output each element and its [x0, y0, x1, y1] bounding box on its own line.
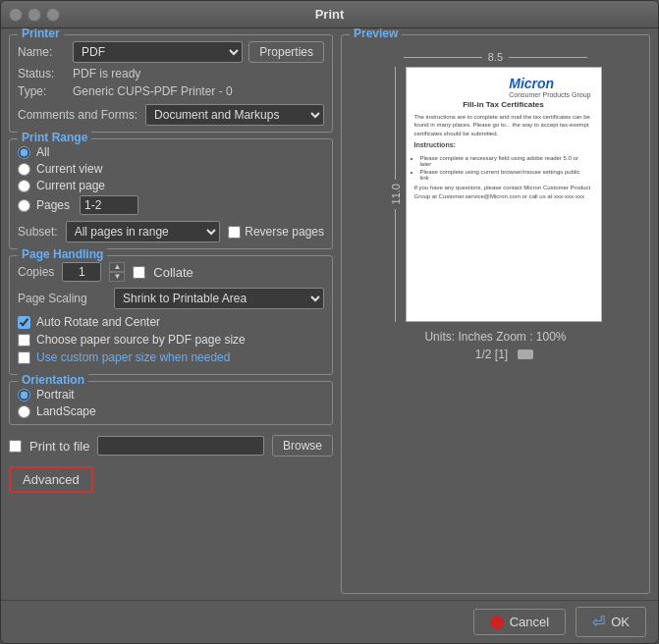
current-view-radio-row: Current view — [18, 162, 324, 176]
auto-rotate-label: Auto Rotate and Center — [36, 315, 160, 329]
page-scaling-select[interactable]: Shrink to Printable Area — [114, 288, 324, 309]
copies-input[interactable] — [62, 262, 101, 282]
printer-status-label: Status: — [18, 67, 67, 80]
choose-paper-checkbox[interactable] — [18, 334, 30, 347]
advanced-button[interactable]: Advanced — [9, 466, 93, 493]
preview-section-label: Preview — [350, 28, 402, 40]
printer-status-row: Status: PDF is ready — [18, 67, 324, 80]
print-range-options: All Current view Current page Pages — [18, 145, 324, 215]
printer-section-label: Printer — [18, 28, 64, 40]
height-dimension: 11.0 — [390, 67, 402, 322]
cancel-button[interactable]: Cancel — [473, 609, 566, 635]
units-zoom-row: Units: Inches Zoom : 100% — [424, 330, 566, 344]
page-nav-text: 1/2 [1] — [475, 348, 508, 361]
pages-input[interactable] — [80, 195, 138, 215]
printer-name-label: Name: — [18, 45, 67, 59]
collate-checkbox[interactable] — [133, 266, 145, 279]
browse-button[interactable]: Browse — [272, 435, 333, 456]
printer-name-select[interactable]: PDF — [73, 41, 243, 63]
current-view-label: Current view — [36, 162, 102, 176]
orientation-label: Orientation — [18, 373, 88, 387]
printer-type-row: Type: Generic CUPS-PDF Printer - 0 — [18, 84, 324, 98]
print-to-file-checkbox[interactable] — [9, 440, 22, 453]
subset-label: Subset: — [18, 225, 58, 239]
print-to-file-input[interactable] — [97, 436, 264, 456]
page-nav-row: 1/2 [1] — [475, 348, 516, 361]
pages-radio-label: Pages — [36, 198, 70, 212]
print-to-file-row: Print to file Browse — [9, 435, 333, 456]
ok-button[interactable]: ⏎ OK — [576, 607, 646, 637]
preview-section: Preview 8.5 11.0 — [341, 34, 650, 594]
properties-button[interactable]: Properties — [248, 41, 324, 63]
minimize-btn[interactable] — [27, 8, 41, 22]
ok-label: OK — [611, 615, 630, 629]
copies-down-btn[interactable]: ▼ — [109, 272, 125, 282]
copies-row: Copies ▲ ▼ Collate — [18, 262, 324, 282]
printer-type-label: Type: — [18, 84, 67, 98]
side-dim-line-top — [395, 67, 396, 180]
portrait-label: Portrait — [36, 388, 75, 402]
paper-wrapper: 11.0 Micron Consumer Products Group — [390, 67, 602, 322]
paper-instructions-title: Instructions: — [407, 137, 601, 152]
auto-rotate-row: Auto Rotate and Center — [18, 315, 324, 329]
all-radio[interactable] — [18, 146, 30, 159]
cancel-icon — [490, 616, 504, 629]
micron-logo: Micron — [509, 76, 590, 91]
portrait-radio[interactable] — [18, 389, 30, 402]
all-radio-row: All — [18, 145, 324, 159]
paper-list-item-2: Please complete using current browser/mo… — [420, 169, 587, 181]
paper-instructions-list: Please complete a necessary field using … — [407, 155, 601, 181]
dialog-title: Print — [315, 7, 345, 22]
paper-text-questions: If you have any questions, please contac… — [407, 184, 601, 200]
landscape-radio[interactable] — [18, 405, 30, 418]
choose-paper-row: Choose paper source by PDF page size — [18, 333, 324, 347]
paper-list-item-1: Please complete a necessary field using … — [420, 155, 587, 167]
print-to-file-label: Print to file — [29, 439, 89, 454]
custom-paper-checkbox[interactable] — [18, 351, 30, 364]
printer-section: Printer Name: PDF Properties Status: PDF… — [9, 34, 333, 133]
copies-up-btn[interactable]: ▲ — [109, 262, 125, 272]
printer-status-value: PDF is ready — [73, 67, 140, 80]
current-view-radio[interactable] — [18, 163, 30, 176]
maximize-btn[interactable] — [46, 8, 60, 22]
comments-forms-row: Comments and Forms: Document and Markups — [18, 104, 324, 126]
reverse-pages-label: Reverse pages — [245, 225, 324, 239]
paper-text-intro: The instructions are to complete and mai… — [407, 113, 601, 137]
portrait-row: Portrait — [18, 388, 324, 402]
cancel-label: Cancel — [510, 615, 549, 629]
page-scaling-label: Page Scaling — [18, 292, 106, 305]
dim-line-right — [509, 57, 587, 58]
print-range-label: Print Range — [18, 131, 91, 144]
copies-spinner: ▲ ▼ — [109, 262, 125, 282]
all-radio-label: All — [36, 145, 49, 159]
page-scaling-row: Page Scaling Shrink to Printable Area — [18, 288, 324, 309]
title-bar: Print — [1, 1, 658, 28]
dim-line-left — [404, 57, 482, 58]
current-page-label: Current page — [36, 179, 105, 192]
collate-label: Collate — [153, 265, 192, 280]
comments-forms-label: Comments and Forms: — [18, 108, 137, 122]
right-panel: Preview 8.5 11.0 — [341, 34, 650, 594]
comments-forms-select[interactable]: Document and Markups — [145, 104, 324, 126]
auto-rotate-checkbox[interactable] — [18, 316, 30, 329]
reverse-pages-checkbox[interactable] — [228, 226, 241, 239]
print-dialog: Print Printer Name: PDF Properties Statu… — [0, 0, 659, 644]
current-page-radio[interactable] — [18, 180, 30, 192]
width-dim-value: 8.5 — [488, 51, 503, 63]
orientation-section: Orientation Portrait LandScape — [9, 381, 333, 425]
page-handling-label: Page Handling — [18, 247, 107, 261]
dialog-footer: Cancel ⏎ OK — [1, 600, 658, 643]
subset-row: Subset: All pages in range Reverse pages — [18, 221, 324, 242]
custom-paper-label: Use custom paper size when needed — [36, 350, 230, 364]
preview-paper: Micron Consumer Products Group Fill-in T… — [406, 67, 602, 322]
custom-paper-row: Use custom paper size when needed — [18, 350, 324, 364]
print-range-section: Print Range All Current view Current pag… — [9, 138, 333, 249]
printer-name-row: Name: PDF Properties — [18, 41, 324, 63]
landscape-row: LandScape — [18, 404, 324, 418]
window-controls — [9, 8, 60, 22]
pages-radio[interactable] — [18, 199, 30, 212]
close-btn[interactable] — [9, 8, 23, 22]
left-panel: Printer Name: PDF Properties Status: PDF… — [9, 34, 333, 594]
orientation-options: Portrait LandScape — [18, 388, 324, 418]
subset-select[interactable]: All pages in range — [66, 221, 221, 242]
